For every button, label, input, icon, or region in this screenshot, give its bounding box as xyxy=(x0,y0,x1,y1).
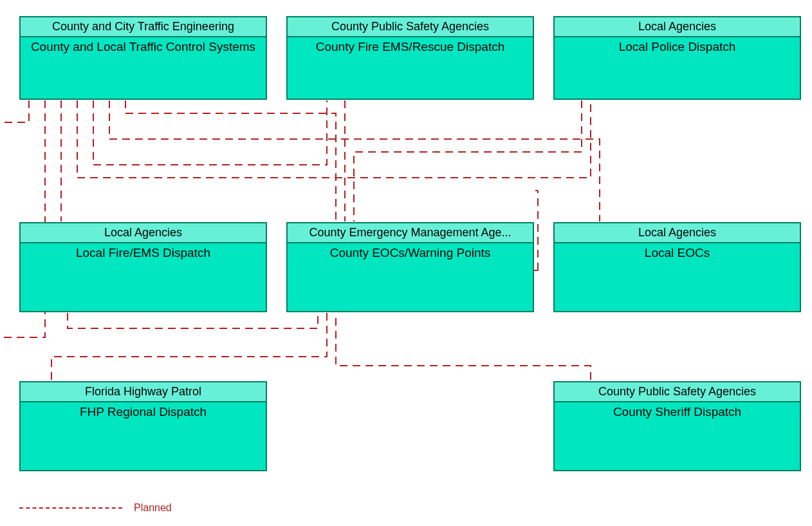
node-county-fire[interactable]: County Public Safety Agencies County Fir… xyxy=(286,16,534,100)
node-local-police[interactable]: Local Agencies Local Police Dispatch xyxy=(553,16,801,100)
node-header: Florida Highway Patrol xyxy=(21,382,266,402)
node-body: County Fire EMS/Rescue Dispatch xyxy=(288,37,533,57)
node-county-eoc[interactable]: County Emergency Management Age... Count… xyxy=(286,222,534,312)
node-sheriff[interactable]: County Public Safety Agencies County She… xyxy=(553,381,801,471)
node-body: County Sheriff Dispatch xyxy=(555,402,800,422)
node-body: County and Local Traffic Control Systems xyxy=(21,37,266,57)
node-fhp[interactable]: Florida Highway Patrol FHP Regional Disp… xyxy=(19,381,267,471)
node-header: Local Agencies xyxy=(555,223,800,243)
node-local-fire[interactable]: Local Agencies Local Fire/EMS Dispatch xyxy=(19,222,267,312)
node-traffic-control[interactable]: County and City Traffic Engineering Coun… xyxy=(19,16,267,100)
legend: Planned xyxy=(19,502,172,514)
node-header: Local Agencies xyxy=(555,17,800,37)
node-body: Local EOCs xyxy=(555,243,800,263)
node-header: County Public Safety Agencies xyxy=(555,382,800,402)
node-header: County Public Safety Agencies xyxy=(288,17,533,37)
node-local-eoc[interactable]: Local Agencies Local EOCs xyxy=(553,222,801,312)
node-body: County EOCs/Warning Points xyxy=(288,243,533,263)
diagram-canvas: County and City Traffic Engineering Coun… xyxy=(0,0,812,526)
node-body: Local Fire/EMS Dispatch xyxy=(21,243,266,263)
node-header: County Emergency Management Age... xyxy=(288,223,533,243)
legend-label: Planned xyxy=(134,502,172,514)
node-body: FHP Regional Dispatch xyxy=(21,402,266,422)
legend-line-swatch xyxy=(19,507,122,509)
node-header: County and City Traffic Engineering xyxy=(21,17,266,37)
node-body: Local Police Dispatch xyxy=(555,37,800,57)
node-header: Local Agencies xyxy=(21,223,266,243)
